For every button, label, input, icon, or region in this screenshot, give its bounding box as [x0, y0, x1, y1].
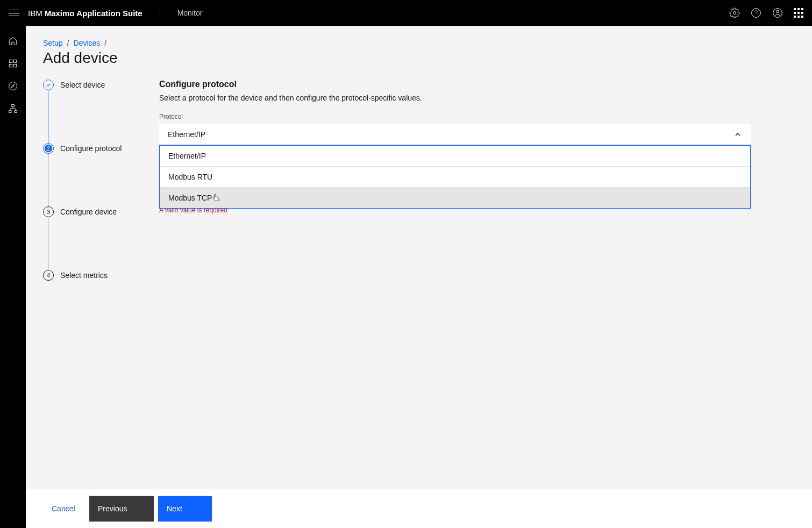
- breadcrumb: Setup / Devices /: [43, 39, 795, 47]
- svg-rect-11: [12, 105, 15, 107]
- svg-point-1: [752, 9, 761, 18]
- brand-name: Maximo Application Suite: [45, 9, 143, 18]
- progress-steps: Select device 2 Configure protocol 3: [43, 80, 129, 281]
- page: Setup / Devices / Add device Select devi…: [26, 26, 812, 528]
- cancel-button[interactable]: Cancel: [43, 496, 85, 522]
- step-configure-protocol[interactable]: 2 Configure protocol: [43, 143, 129, 154]
- step-label: Select device: [60, 80, 105, 90]
- step-configure-device: 3 Configure device: [43, 206, 129, 217]
- step-number: 4: [47, 272, 50, 279]
- explore-icon[interactable]: [8, 81, 18, 91]
- step-label: Configure device: [60, 206, 117, 217]
- left-nav: [0, 26, 26, 528]
- protocol-option-ethernet-ip[interactable]: Ethernet/IP: [160, 146, 750, 167]
- page-title: Add device: [43, 49, 795, 67]
- svg-point-9: [9, 82, 17, 90]
- breadcrumb-sep: /: [67, 39, 69, 47]
- field-label-protocol: Protocol: [159, 113, 751, 120]
- wizard-content: Configure protocol Select a protocol for…: [159, 80, 751, 281]
- option-label: Modbus TCP: [168, 194, 212, 202]
- app-switcher-icon[interactable]: [794, 8, 803, 18]
- dashboard-icon[interactable]: [8, 58, 18, 69]
- home-icon[interactable]: [8, 35, 18, 46]
- brand: IBM Maximo Application Suite: [28, 9, 143, 18]
- step-select-device[interactable]: Select device: [43, 80, 129, 90]
- brand-prefix: IBM: [28, 9, 42, 18]
- top-header: IBM Maximo Application Suite Monitor: [0, 0, 812, 26]
- hierarchy-icon[interactable]: [8, 103, 18, 114]
- svg-point-0: [733, 12, 736, 15]
- svg-rect-13: [15, 111, 17, 113]
- protocol-dropdown: Ethernet/IP Ethernet/IP Modbus RTU Modbu…: [159, 124, 751, 145]
- section-desc: Select a protocol for the device and the…: [159, 94, 751, 102]
- settings-icon[interactable]: [729, 8, 740, 18]
- svg-rect-8: [14, 65, 17, 67]
- svg-point-4: [777, 10, 779, 13]
- previous-button[interactable]: Previous: [89, 496, 154, 522]
- breadcrumb-sep: /: [104, 39, 106, 47]
- step-select-metrics: 4 Select metrics: [43, 270, 129, 281]
- user-icon[interactable]: [772, 8, 783, 18]
- svg-rect-7: [9, 65, 12, 67]
- svg-rect-12: [9, 111, 12, 113]
- app-label: Monitor: [177, 9, 203, 17]
- protocol-option-modbus-rtu[interactable]: Modbus RTU: [160, 167, 750, 188]
- next-button[interactable]: Next: [158, 496, 212, 522]
- dropdown-selected-value: Ethernet/IP: [168, 130, 205, 139]
- header-divider: [160, 6, 160, 19]
- svg-marker-10: [11, 84, 15, 88]
- protocol-dropdown-trigger[interactable]: Ethernet/IP: [159, 124, 751, 145]
- protocol-option-modbus-tcp[interactable]: Modbus TCP: [160, 188, 750, 208]
- chevron-up-icon: [733, 130, 742, 139]
- svg-rect-6: [14, 60, 17, 62]
- cursor-hand-icon: [211, 193, 220, 202]
- breadcrumb-devices[interactable]: Devices: [73, 39, 100, 47]
- step-number: 3: [47, 209, 50, 215]
- step-label: Configure protocol: [60, 143, 122, 154]
- protocol-dropdown-menu: Ethernet/IP Modbus RTU Modbus TCP: [159, 145, 751, 209]
- section-title: Configure protocol: [159, 80, 751, 89]
- help-icon[interactable]: [751, 8, 761, 18]
- menu-icon[interactable]: [9, 8, 19, 18]
- step-label: Select metrics: [60, 270, 108, 281]
- svg-rect-5: [9, 60, 12, 62]
- breadcrumb-setup[interactable]: Setup: [43, 39, 63, 47]
- wizard-footer: Cancel Previous Next: [26, 489, 812, 528]
